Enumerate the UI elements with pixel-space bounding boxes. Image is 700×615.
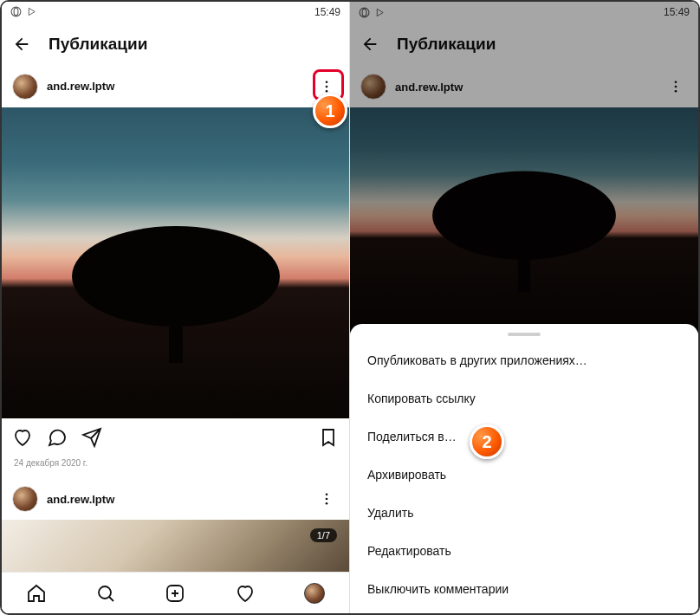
post-header: and.rew.lptw	[350, 66, 698, 107]
page-header: Публикации	[2, 23, 349, 66]
sheet-handle[interactable]	[508, 333, 541, 336]
post-photo[interactable]	[350, 107, 698, 333]
sheet-item-archive[interactable]: Архивировать	[350, 456, 698, 494]
avatar[interactable]	[12, 74, 38, 100]
avatar[interactable]	[360, 74, 386, 100]
post-more-button[interactable]	[664, 74, 688, 99]
post-header: and.rew.lptw	[2, 66, 349, 107]
bottom-sheet: Опубликовать в других приложениях… Копир…	[350, 324, 698, 613]
back-arrow-icon[interactable]	[360, 35, 379, 54]
search-icon[interactable]	[95, 583, 116, 604]
sheet-item-delete[interactable]: Удалить	[350, 494, 698, 532]
profile-nav-avatar[interactable]	[304, 583, 325, 604]
svg-point-10	[99, 586, 111, 599]
more-vertical-icon	[319, 79, 334, 94]
sheet-item-edit[interactable]: Редактировать	[350, 532, 698, 570]
callout-2-badge: 2	[470, 424, 504, 459]
sheet-item-publish-other-apps[interactable]: Опубликовать в других приложениях…	[350, 341, 698, 379]
opera-icon	[359, 7, 370, 18]
play-icon	[27, 7, 36, 16]
svg-point-7	[326, 494, 328, 496]
post-actions	[2, 418, 349, 456]
like-icon[interactable]	[12, 427, 33, 448]
svg-point-9	[326, 502, 328, 505]
play-icon	[375, 8, 385, 17]
post2-username[interactable]: and.rew.lptw	[47, 493, 306, 506]
callout-1-badge: 1	[313, 94, 347, 128]
sheet-item-copy-link[interactable]: Копировать ссылку	[350, 379, 698, 418]
home-icon[interactable]	[26, 583, 47, 604]
sheet-item-share-to[interactable]: Поделиться в…	[350, 418, 698, 456]
bottom-nav	[2, 572, 349, 613]
svg-point-1	[14, 9, 18, 16]
back-arrow-icon[interactable]	[12, 35, 31, 54]
svg-rect-6	[169, 311, 183, 363]
svg-point-14	[675, 81, 677, 83]
activity-icon[interactable]	[235, 583, 256, 604]
post2-header: and.rew.lptw	[2, 478, 349, 520]
status-time: 15:49	[664, 6, 690, 18]
status-time: 15:49	[314, 6, 340, 18]
post-date: 24 декабря 2020 г.	[2, 456, 349, 478]
tree-silhouette	[63, 216, 288, 363]
opera-icon	[10, 6, 22, 17]
screen-left: 15:49 Публикации and.rew.lptw 24 декабря…	[2, 2, 350, 613]
post2-photo[interactable]: 1/7	[2, 520, 349, 572]
more-vertical-icon	[319, 491, 334, 507]
avatar[interactable]	[12, 486, 38, 512]
svg-point-8	[326, 498, 328, 501]
bookmark-icon[interactable]	[318, 427, 339, 448]
svg-point-15	[675, 86, 677, 88]
sheet-item-disable-comments[interactable]: Выключить комментарии	[350, 570, 698, 608]
svg-point-13	[362, 9, 366, 16]
status-bar: 15:49	[2, 2, 349, 23]
page-title: Публикации	[397, 35, 496, 54]
post2-more-button[interactable]	[314, 487, 339, 511]
post-photo[interactable]	[2, 107, 349, 418]
more-vertical-icon	[668, 79, 684, 94]
screen-right: 15:49 Публикации and.rew.lptw Опубликова…	[350, 2, 698, 613]
post-username[interactable]: and.rew.lptw	[47, 80, 306, 93]
tree-silhouette	[420, 162, 628, 292]
post-username[interactable]: and.rew.lptw	[395, 81, 655, 94]
page-header: Публикации	[350, 23, 698, 66]
svg-point-4	[326, 90, 328, 93]
svg-rect-18	[518, 246, 530, 292]
page-title: Публикации	[49, 35, 147, 54]
svg-point-3	[326, 85, 328, 87]
svg-point-16	[675, 90, 677, 93]
carousel-count: 1/7	[310, 528, 337, 542]
add-icon[interactable]	[165, 583, 185, 604]
comment-icon[interactable]	[47, 427, 68, 448]
svg-point-2	[326, 81, 328, 83]
status-bar: 15:49	[350, 2, 698, 23]
share-icon[interactable]	[81, 427, 102, 448]
